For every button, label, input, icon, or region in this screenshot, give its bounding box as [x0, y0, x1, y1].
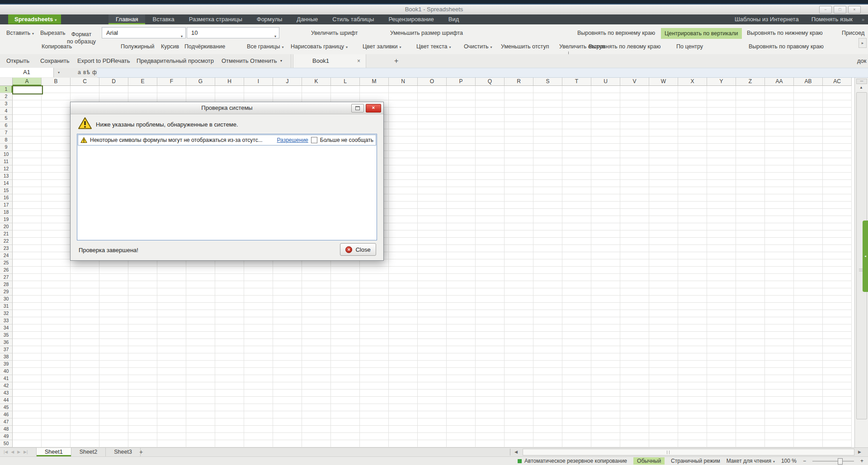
grid-cell-W40[interactable] [649, 368, 678, 375]
grid-cell-Z11[interactable] [736, 158, 765, 165]
grid-cell-AA18[interactable] [765, 209, 794, 216]
grid-cell-G43[interactable] [186, 390, 215, 397]
grid-cell-G32[interactable] [186, 310, 215, 317]
grid-cell-O36[interactable] [418, 339, 447, 346]
grid-cell-A47[interactable] [13, 418, 42, 426]
grid-cell-K27[interactable] [302, 274, 331, 281]
grid-cell-P12[interactable] [447, 165, 476, 173]
grid-cell-J31[interactable] [273, 303, 302, 310]
borders-button[interactable]: Все границы▾ [247, 43, 284, 50]
grid-cell-E27[interactable] [128, 274, 157, 281]
grid-cell-G36[interactable] [186, 339, 215, 346]
grid-cell-Q14[interactable] [476, 180, 505, 187]
grid-cell-E33[interactable] [128, 317, 157, 324]
grid-cell-Y22[interactable] [707, 238, 736, 245]
grid-cell-W5[interactable] [649, 115, 678, 122]
grid-cell-X2[interactable] [678, 93, 707, 100]
grid-cell-M39[interactable] [360, 361, 389, 368]
grid-cell-E48[interactable] [128, 426, 157, 433]
grid-cell-S14[interactable] [533, 180, 562, 187]
grid-cell-W11[interactable] [649, 158, 678, 165]
grid-cell-J26[interactable] [273, 267, 302, 274]
align-left-button[interactable]: Выровнять по левому краю [589, 43, 660, 50]
grid-cell-V11[interactable] [620, 158, 649, 165]
grid-cell-Y36[interactable] [707, 339, 736, 346]
grid-cell-V43[interactable] [620, 390, 649, 397]
grid-cell-AA3[interactable] [765, 100, 794, 108]
grid-cell-S48[interactable] [533, 426, 562, 433]
paste-button[interactable]: Вставить▾ [6, 30, 34, 36]
grid-cell-AB44[interactable] [794, 397, 823, 404]
grid-cell-O20[interactable] [418, 223, 447, 230]
grid-cell-B23[interactable] [42, 245, 71, 252]
grid-cell-M40[interactable] [360, 368, 389, 375]
grid-cell-U49[interactable] [591, 433, 620, 440]
grid-cell-T12[interactable] [562, 165, 591, 173]
grid-cell-I45[interactable] [244, 404, 273, 411]
grid-cell-Z36[interactable] [736, 339, 765, 346]
grid-cell-M28[interactable] [360, 281, 389, 288]
grid-cell-P36[interactable] [447, 339, 476, 346]
grid-cell-B42[interactable] [42, 382, 71, 390]
grid-cell-X47[interactable] [678, 418, 707, 426]
grid-cell-O39[interactable] [418, 361, 447, 368]
grid-cell-AC32[interactable] [823, 310, 852, 317]
grid-cell-C43[interactable] [71, 390, 99, 397]
grid-cell-V19[interactable] [620, 216, 649, 223]
grid-cell-H48[interactable] [215, 426, 244, 433]
grid-cell-V46[interactable] [620, 411, 649, 418]
grid-cell-H30[interactable] [215, 296, 244, 303]
grid-cell-B32[interactable] [42, 310, 71, 317]
grid-cell-V12[interactable] [620, 165, 649, 173]
column-header-P[interactable]: P [447, 78, 476, 86]
grid-cell-B20[interactable] [42, 223, 71, 230]
grid-cell-AB36[interactable] [794, 339, 823, 346]
grid-cell-S46[interactable] [533, 411, 562, 418]
grid-cell-D2[interactable] [99, 93, 128, 100]
grid-cell-M2[interactable] [360, 93, 389, 100]
row-header-20[interactable]: 20 [0, 223, 13, 230]
grid-cell-AC33[interactable] [823, 317, 852, 324]
grid-cell-B13[interactable] [42, 173, 71, 180]
grid-cell-Z15[interactable] [736, 187, 765, 194]
grid-cell-N26[interactable] [389, 267, 418, 274]
grid-cell-E45[interactable] [128, 404, 157, 411]
grid-cell-Z7[interactable] [736, 129, 765, 136]
grid-cell-W18[interactable] [649, 209, 678, 216]
scroll-left-icon[interactable]: ◀ [514, 448, 518, 456]
grid-cell-K29[interactable] [302, 288, 331, 296]
grid-cell-E31[interactable] [128, 303, 157, 310]
grid-cell-U29[interactable] [591, 288, 620, 296]
grid-cell-K47[interactable] [302, 418, 331, 426]
grid-cell-R10[interactable] [505, 151, 533, 158]
grid-cell-N41[interactable] [389, 375, 418, 382]
grid-cell-P10[interactable] [447, 151, 476, 158]
grid-cell-H44[interactable] [215, 397, 244, 404]
grid-cell-K40[interactable] [302, 368, 331, 375]
scroll-up-icon[interactable]: ▲ [856, 85, 866, 90]
grid-cell-B26[interactable] [42, 267, 71, 274]
grid-cell-A49[interactable] [13, 433, 42, 440]
grid-cell-R11[interactable] [505, 158, 533, 165]
grid-cell-A41[interactable] [13, 375, 42, 382]
grid-cell-K42[interactable] [302, 382, 331, 390]
grid-cell-AC28[interactable] [823, 281, 852, 288]
column-header-S[interactable]: S [533, 78, 562, 86]
grid-cell-T10[interactable] [562, 151, 591, 158]
document-tab-book1[interactable]: Book1 × [293, 54, 366, 68]
grid-cell-A12[interactable] [13, 165, 42, 173]
grid-cell-Z32[interactable] [736, 310, 765, 317]
grid-cell-C2[interactable] [71, 93, 99, 100]
grid-cell-AA25[interactable] [765, 259, 794, 267]
grid-cell-E36[interactable] [128, 339, 157, 346]
grid-cell-K2[interactable] [302, 93, 331, 100]
grid-cell-S5[interactable] [533, 115, 562, 122]
grid-cell-AB38[interactable] [794, 353, 823, 361]
grid-cell-S11[interactable] [533, 158, 562, 165]
grid-cell-N49[interactable] [389, 433, 418, 440]
grid-cell-Q42[interactable] [476, 382, 505, 390]
grid-cell-E50[interactable] [128, 440, 157, 447]
grid-cell-I35[interactable] [244, 332, 273, 339]
format-painter-button[interactable]: Форматпо образцу [63, 31, 99, 45]
grid-cell-K1[interactable] [302, 86, 331, 93]
